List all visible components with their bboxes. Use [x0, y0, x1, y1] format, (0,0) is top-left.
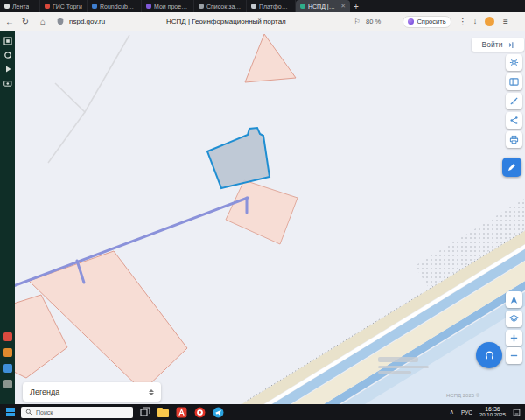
tab-label: Список заяв...	[206, 4, 242, 10]
time: 16:36	[480, 406, 506, 413]
tab-favicon	[45, 4, 50, 9]
road-line	[55, 35, 130, 112]
taskbar: Поиск ∧ РУС 16:36 20.10.2025	[0, 404, 525, 420]
tab-favicon	[4, 4, 10, 9]
tab-platform[interactable]: Платформа...	[247, 0, 296, 12]
map-copyright: НСПД 2025 ©	[446, 393, 480, 398]
pencil-icon	[507, 162, 517, 172]
back-icon[interactable]: ←	[4, 12, 16, 31]
attribution-blurred-text	[378, 366, 429, 368]
tab-lenta[interactable]: Лента	[0, 0, 40, 12]
map-canvas	[15, 32, 525, 404]
tab-favicon	[92, 4, 97, 9]
system-tray: ∧ РУС 16:36 20.10.2025	[450, 406, 525, 419]
attribution-blurred-text	[378, 357, 418, 362]
search-icon	[25, 409, 32, 416]
settings-button[interactable]	[506, 54, 522, 71]
alice-icon	[408, 18, 414, 24]
locate-button[interactable]	[506, 291, 522, 308]
legend-label: Легенда	[30, 388, 60, 396]
address-url[interactable]: nspd.gov.ru	[69, 12, 105, 31]
parcel-polygon[interactable]	[245, 34, 296, 82]
gray-app-icon[interactable]	[4, 380, 12, 388]
tab-favicon	[199, 4, 204, 9]
folder-icon[interactable]	[157, 406, 170, 419]
active-tool-button[interactable]	[502, 158, 522, 177]
ask-label: Спросить	[416, 18, 445, 25]
date: 20.10.2025	[480, 412, 506, 419]
tab-close-icon[interactable]: ✕	[340, 3, 346, 10]
side-dock	[0, 32, 15, 404]
notification-icon[interactable]	[513, 409, 521, 416]
taskbar-clock[interactable]: 16:36 20.10.2025	[480, 406, 506, 419]
login-button[interactable]: Войти	[472, 38, 524, 52]
zoom-out-button[interactable]	[506, 347, 522, 364]
tab-projects[interactable]: Мои проект...	[142, 0, 194, 12]
tab-favicon	[300, 4, 305, 9]
browser-menu-icon[interactable]: ⋮	[458, 12, 467, 31]
grid-icon[interactable]	[4, 37, 12, 46]
record-icon[interactable]	[4, 51, 12, 60]
login-label: Войти	[482, 40, 503, 49]
task-view-icon[interactable]	[138, 406, 151, 419]
ask-alice-button[interactable]: Спросить	[402, 16, 452, 28]
taskbar-search-input[interactable]: Поиск	[21, 407, 133, 418]
tab-label: Roundcube W...	[100, 4, 136, 10]
tab-label: Лента	[12, 4, 29, 10]
side-panel-icon[interactable]: ≡	[500, 12, 511, 31]
zoom-in-button[interactable]	[506, 330, 522, 346]
road-line	[48, 112, 85, 163]
browser-tab-bar: Лента ГИС Торги Roundcube W... Мои проек…	[0, 0, 525, 12]
language-indicator[interactable]: РУС	[461, 410, 472, 416]
tab-nspd-active[interactable]: НСПД | Ге... ✕	[296, 0, 350, 12]
bookmark-flag-icon[interactable]: ⚐	[352, 12, 362, 31]
panels-button[interactable]	[506, 74, 522, 90]
tab-gis-torgi[interactable]: ГИС Торги	[40, 0, 88, 12]
share-button[interactable]	[506, 112, 522, 129]
blue-app-icon[interactable]	[4, 364, 12, 373]
tab-label: НСПД | Ге...	[308, 4, 336, 10]
headset-icon	[483, 349, 496, 362]
tab-favicon	[146, 4, 151, 9]
browser-toolbar: ← ↻ ⌂ nspd.gov.ru НСПД | Геоинформационн…	[0, 12, 525, 32]
new-tab-button[interactable]: +	[350, 0, 362, 12]
orange-app-icon[interactable]	[4, 348, 12, 357]
tray-chevron-icon[interactable]: ∧	[450, 409, 454, 416]
login-arrow-icon	[506, 41, 514, 49]
map-viewport[interactable]: Войти	[15, 32, 525, 404]
start-button[interactable]	[0, 404, 21, 420]
zoom-indicator[interactable]: 80 %	[366, 12, 381, 31]
tab-label: Мои проект...	[154, 4, 189, 10]
camera-icon[interactable]	[4, 79, 12, 88]
support-chat-button[interactable]	[476, 342, 502, 368]
tab-label: ГИС Торги	[52, 4, 82, 10]
search-placeholder: Поиск	[36, 410, 52, 416]
screen: Лента ГИС Торги Roundcube W... Мои проек…	[0, 0, 525, 420]
yandex-browser-icon[interactable]	[193, 406, 206, 419]
red-app-icon[interactable]	[4, 332, 12, 341]
acrobat-icon[interactable]	[175, 406, 188, 419]
tab-roundcube[interactable]: Roundcube W...	[88, 0, 142, 12]
profile-avatar[interactable]	[485, 17, 494, 26]
tab-favicon	[251, 4, 256, 9]
telegram-icon[interactable]	[212, 406, 225, 419]
layers-button[interactable]	[506, 311, 522, 327]
attribution-blurred-text	[378, 371, 411, 374]
tab-requests[interactable]: Список заяв...	[194, 0, 247, 12]
play-icon[interactable]	[4, 65, 12, 74]
reload-icon[interactable]: ↻	[19, 12, 32, 31]
collapse-chevron-icon	[149, 389, 154, 396]
legend-toggle[interactable]: Легенда	[23, 382, 161, 402]
windows-logo-icon	[6, 408, 15, 416]
selected-parcel[interactable]	[207, 128, 270, 188]
print-button[interactable]	[506, 131, 522, 148]
tab-label: Платформа...	[259, 4, 290, 10]
site-security-icon[interactable]	[56, 18, 65, 26]
downloads-icon[interactable]: ↓	[471, 12, 480, 31]
parcel-polygon[interactable]	[226, 180, 298, 244]
measure-button[interactable]	[506, 93, 522, 109]
home-icon[interactable]: ⌂	[37, 12, 49, 31]
address-page-title: НСПД | Геоинформационный портал	[166, 12, 286, 31]
